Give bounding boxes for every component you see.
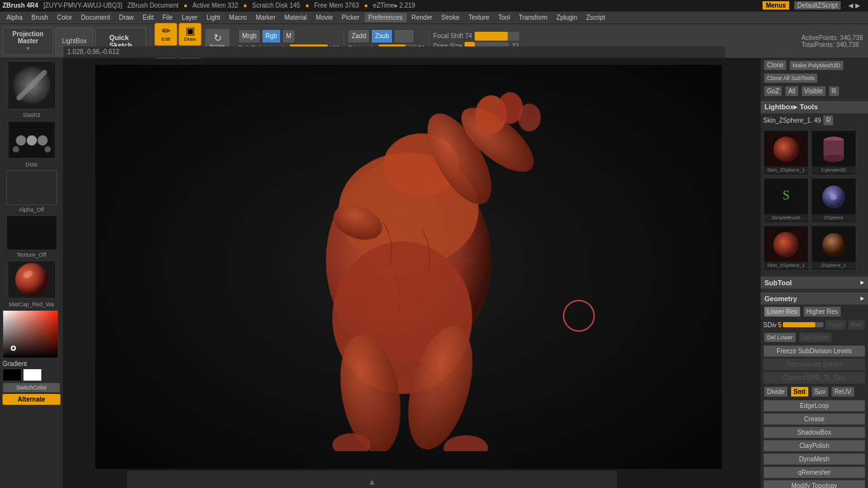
sdiv-slider[interactable] xyxy=(783,322,824,327)
rp-divider-2 xyxy=(761,274,868,275)
suv-button[interactable]: Suv xyxy=(811,386,829,397)
visible-button[interactable]: Visible xyxy=(801,86,826,97)
focal-shift-slider[interactable] xyxy=(475,32,519,41)
goz-button[interactable]: GoZ xyxy=(764,86,782,97)
menu-edit[interactable]: Edit xyxy=(139,13,158,22)
canvas-inner[interactable] xyxy=(95,65,722,469)
reconstruct-subdiv-button[interactable]: Reconstruct Subdiv xyxy=(763,358,865,370)
smt-button[interactable]: Smt xyxy=(790,386,809,397)
lightbox-label: LightBox xyxy=(62,37,87,44)
zsphere1-thumb[interactable]: ZSphere_1 xyxy=(811,225,857,271)
lightbox-tools-header[interactable]: Lightbox▸ Tools xyxy=(761,101,868,114)
menu-document[interactable]: Document xyxy=(78,13,114,22)
zsub-button[interactable]: Zsub xyxy=(371,29,393,43)
menu-movie[interactable]: Movie xyxy=(312,13,337,22)
lower-res-button[interactable]: Lower Res xyxy=(764,306,801,317)
active-mem: Active Mem 332 xyxy=(193,2,238,9)
skin-zsphere1-thumb2[interactable]: Skin_ZSphere_1 xyxy=(763,225,809,271)
alternate-button[interactable]: Alternate xyxy=(3,394,60,405)
mrgb-button[interactable]: Mrgb xyxy=(238,29,261,43)
color-picker[interactable] xyxy=(3,310,58,358)
skin-zsphere-label: Skin_ZSphere_1. 49 xyxy=(763,117,821,124)
reuv-button[interactable]: ReUV xyxy=(831,386,855,397)
menu-alpha[interactable]: Alpha xyxy=(3,13,27,22)
qremesher-button[interactable]: qRemesher xyxy=(763,466,865,478)
edit-button[interactable]: ✏ Edit xyxy=(154,23,177,46)
model-viewport[interactable] xyxy=(95,65,722,469)
convert-bpr-button[interactable]: Convert BPR_To_Geo xyxy=(763,372,865,384)
draw-button[interactable]: ▣ Draw xyxy=(179,23,201,46)
ez-time: eZTime▸ 2.219 xyxy=(373,2,415,9)
modify-topology-button[interactable]: Modify Topology xyxy=(763,480,865,488)
menu-macro[interactable]: Macro xyxy=(226,13,251,22)
clone-all-subtools-button[interactable]: Clone All SubTools xyxy=(764,73,818,83)
clone-button[interactable]: Clone xyxy=(764,60,787,71)
menu-picker[interactable]: Picker xyxy=(338,13,363,22)
menu-stroke[interactable]: Stroke xyxy=(437,13,463,22)
matcap-thumbnail[interactable] xyxy=(8,261,56,299)
rstr-button[interactable]: Rstr xyxy=(848,320,865,330)
subtool-header[interactable]: SubTool ▸ xyxy=(761,276,868,289)
texture-off-thumbnail[interactable] xyxy=(6,215,57,250)
switch-color-button[interactable]: SwitchColor xyxy=(3,383,60,393)
menu-marker[interactable]: Marker xyxy=(252,13,279,22)
menu-color[interactable]: Color xyxy=(53,13,76,22)
alpha-thumbnail[interactable] xyxy=(8,121,56,159)
zadd-button[interactable]: Zadd xyxy=(348,29,370,43)
freeze-subdiv-button[interactable]: Freeze SubDivision Levels xyxy=(763,345,865,357)
geometry-header[interactable]: Geometry ▸ xyxy=(761,292,868,305)
all-button[interactable]: All xyxy=(785,86,798,97)
brush-thumbnail[interactable] xyxy=(8,61,56,109)
dynamesh-button[interactable]: DynaMesh xyxy=(763,453,865,465)
menu-material[interactable]: Material xyxy=(281,13,311,22)
menu-texture[interactable]: Texture xyxy=(465,13,493,22)
menu-render[interactable]: Render xyxy=(408,13,437,22)
svg-point-43 xyxy=(831,194,837,200)
cylinder3d-label: Cylinder3D xyxy=(811,166,856,173)
black-swatch[interactable] xyxy=(3,369,22,381)
menu-preferences[interactable]: Preferences xyxy=(365,13,407,22)
menu-transform[interactable]: Transform xyxy=(515,13,551,22)
shadowbox-button[interactable]: ShadowBox xyxy=(763,426,865,438)
del-higher-button[interactable]: Del Higher xyxy=(799,332,832,342)
cage-button[interactable]: Cage xyxy=(825,320,846,330)
menu-light[interactable]: Light xyxy=(203,13,224,22)
menu-zplugin[interactable]: Zplugin xyxy=(553,13,581,22)
claypolish-button[interactable]: ClayPolish xyxy=(763,440,865,452)
svg-point-4 xyxy=(16,135,26,146)
alpha-off-thumbnail[interactable] xyxy=(6,170,57,205)
default-script-button[interactable]: DefaultZScript xyxy=(794,1,841,10)
geometry-label: Geometry xyxy=(764,295,797,302)
sdiv-label: SDiv xyxy=(763,322,776,329)
menu-draw[interactable]: Draw xyxy=(115,13,137,22)
projection-master-button[interactable]: ProjectionMaster ▼ xyxy=(3,27,53,55)
zsphere-thumb[interactable]: ZSphere xyxy=(811,177,857,223)
nav-arrows[interactable]: ◀ ▶ xyxy=(848,2,860,9)
make-polymesh-button[interactable]: Make PolyMesh3D xyxy=(789,60,844,71)
m-button[interactable]: M xyxy=(282,29,295,43)
r2-button[interactable]: R xyxy=(823,115,834,126)
gradient-label: Gradient xyxy=(3,360,63,367)
cylinder3d-thumb[interactable]: Cylinder3D xyxy=(811,130,857,175)
divide-button[interactable]: Divide xyxy=(764,386,788,397)
skin-zsphere1-thumb[interactable]: Skin_ZSphere_1 xyxy=(763,130,809,175)
menus-button[interactable]: Menus xyxy=(763,1,789,10)
rgb-button[interactable]: Rgb xyxy=(262,29,281,43)
simplebrush-thumb[interactable]: S SimpleBrush xyxy=(763,177,809,223)
menu-file[interactable]: File xyxy=(159,13,177,22)
svg-text:S: S xyxy=(782,188,789,202)
r-button[interactable]: R xyxy=(829,86,839,97)
bottom-arrow[interactable]: ▲ xyxy=(366,475,379,488)
zcut-button[interactable]: Zcut xyxy=(394,29,414,43)
higher-res-button[interactable]: Higher Res xyxy=(803,306,841,317)
menu-zscript[interactable]: Zscript xyxy=(582,13,609,22)
del-lower-button[interactable]: Del Lower xyxy=(764,332,796,342)
edgeloop-button[interactable]: EdgeLoop xyxy=(763,400,865,412)
menu-layer[interactable]: Layer xyxy=(178,13,201,22)
crease-button[interactable]: Crease xyxy=(763,413,865,425)
canvas-area[interactable]: ▲ xyxy=(64,58,760,488)
top-bar: ZBrush 4R4 [ZUYV-PMVY-AWUJ-UBQ3] ZBrush … xyxy=(0,0,868,11)
menu-brush[interactable]: Brush xyxy=(28,13,52,22)
menu-tool[interactable]: Tool xyxy=(494,13,513,22)
white-swatch[interactable] xyxy=(23,369,42,381)
